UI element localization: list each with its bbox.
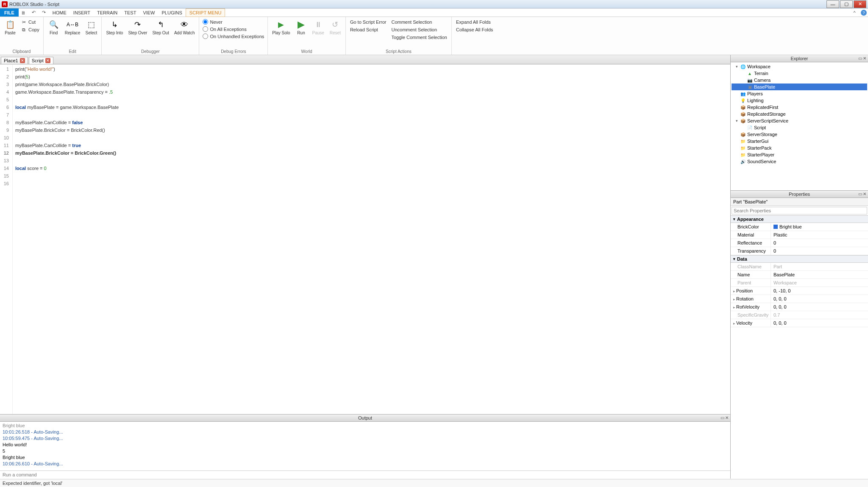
output-close-icon[interactable]: ✕	[725, 415, 729, 420]
menu-insert[interactable]: INSERT	[70, 9, 94, 17]
expand-folds-button[interactable]: Expand All Folds	[454, 19, 495, 25]
output-panel: Output ▭✕ Bright blue10:01:26.518 - Auto…	[0, 414, 730, 479]
tree-item-soundservice[interactable]: 🔊SoundService	[732, 158, 867, 165]
output-undock-icon[interactable]: ▭	[721, 415, 724, 420]
new-icon[interactable]: 🗎	[20, 9, 27, 16]
tree-item-script[interactable]: 📄Script	[732, 124, 867, 131]
properties-undock-icon[interactable]: ▭	[858, 192, 862, 196]
properties-close-icon[interactable]: ✕	[863, 192, 866, 196]
prop-row-reflectance[interactable]: Reflectance0	[731, 239, 868, 247]
ribbon-group-debug-errors: Never On All Exceptions On Unhandled Exc…	[199, 17, 268, 55]
file-menu[interactable]: FILE	[0, 8, 19, 17]
titlebar: R ROBLOX Studio - Script — ▢ ✕	[0, 0, 868, 8]
output-line: 10:06:26.610 - Auto-Saving...	[3, 461, 728, 467]
output-body[interactable]: Bright blue10:01:26.518 - Auto-Saving...…	[0, 422, 730, 470]
uncomment-selection-button[interactable]: Uncomment Selection	[389, 26, 448, 33]
tree-item-lighting[interactable]: 💡Lighting	[732, 97, 867, 104]
explorer-title: Explorer ▭✕	[731, 55, 868, 62]
prop-category-appearance[interactable]: ▾Appearance	[731, 215, 868, 223]
reload-script-button[interactable]: Reload Script	[348, 26, 388, 33]
prop-row-velocity[interactable]: ▸Velocity0, 0, 0	[731, 319, 868, 327]
tree-item-serverscriptservice[interactable]: ▾📦ServerScriptService	[732, 117, 867, 124]
minimize-button[interactable]: —	[826, 0, 839, 8]
tree-item-replicatedstorage[interactable]: 📦ReplicatedStorage	[732, 111, 867, 117]
tree-item-camera[interactable]: 📷Camera	[732, 77, 867, 83]
cut-button[interactable]: ✂Cut	[19, 19, 41, 25]
ribbon-group-clipboard: 📋Paste ✂Cut ⧉Copy Clipboard	[0, 17, 44, 55]
tree-item-baseplate[interactable]: ▣BasePlate	[732, 83, 867, 90]
explorer-close-icon[interactable]: ✕	[863, 56, 866, 61]
collapse-ribbon-icon[interactable]: ^	[851, 9, 858, 16]
prop-row-position[interactable]: ▸Position0, -10, 0	[731, 287, 868, 295]
tree-item-startergui[interactable]: 📁StarterGui	[732, 138, 867, 145]
tree-item-starterplayer[interactable]: 📁StarterPlayer	[732, 151, 867, 158]
redo-icon[interactable]: ↷	[41, 9, 47, 16]
prop-row-material[interactable]: MaterialPlastic	[731, 231, 868, 239]
toggle-comment-button[interactable]: Toggle Comment Selection	[389, 34, 448, 41]
undo-icon[interactable]: ↶	[31, 9, 37, 16]
code-editor[interactable]: 12345678910111213141516 print("Hello wor…	[0, 64, 730, 414]
menu-home[interactable]: HOME	[49, 9, 70, 17]
prop-row-parent: ParentWorkspace	[731, 279, 868, 287]
pause-button[interactable]: ⏸Pause	[311, 19, 326, 36]
prop-row-specificgravity: SpecificGravity0.7	[731, 311, 868, 319]
tree-item-serverstorage[interactable]: 📦ServerStorage	[732, 131, 867, 138]
reset-button[interactable]: ↺Reset	[328, 19, 343, 36]
output-title: Output ▭✕	[0, 415, 730, 422]
on-all-radio[interactable]: On All Exceptions	[202, 26, 265, 32]
ribbon-group-script-actions: Go to Script Error Reload Script Comment…	[346, 17, 452, 55]
window-title: ROBLOX Studio - Script	[9, 2, 59, 7]
app-icon: R	[2, 1, 8, 7]
tab-close-icon[interactable]: ✕	[20, 58, 25, 63]
copy-button[interactable]: ⧉Copy	[19, 26, 41, 33]
properties-search-input[interactable]	[732, 207, 867, 214]
doc-tab-place1[interactable]: Place1✕	[1, 57, 28, 64]
play-solo-button[interactable]: ▶Play Solo	[270, 19, 292, 36]
prop-row-brickcolor[interactable]: BrickColorBright blue	[731, 223, 868, 231]
run-button[interactable]: ▶Run	[294, 19, 309, 36]
prop-row-classname: ClassNamePart	[731, 263, 868, 271]
paste-button[interactable]: 📋Paste	[3, 19, 18, 36]
tree-item-replicatedfirst[interactable]: 📦ReplicatedFirst	[732, 104, 867, 111]
command-input[interactable]	[3, 472, 728, 477]
find-button[interactable]: 🔍Find	[46, 19, 61, 36]
step-over-button[interactable]: ↷Step Over	[126, 19, 149, 36]
menu-view[interactable]: VIEW	[139, 9, 158, 17]
output-line: Bright blue	[3, 423, 728, 429]
collapse-folds-button[interactable]: Collapse All Folds	[454, 26, 495, 33]
on-unhandled-radio[interactable]: On Unhandled Exceptions	[202, 33, 265, 39]
tab-close-icon[interactable]: ✕	[45, 58, 50, 63]
tree-item-players[interactable]: 👥Players	[732, 90, 867, 97]
ribbon: 📋Paste ✂Cut ⧉Copy Clipboard 🔍Find A↔BRep…	[0, 17, 868, 55]
document-tabs: Place1✕Script✕	[0, 55, 730, 64]
close-button[interactable]: ✕	[854, 0, 866, 8]
menu-script-menu[interactable]: SCRIPT MENU	[186, 8, 225, 17]
prop-row-name[interactable]: NameBasePlate	[731, 271, 868, 279]
replace-button[interactable]: A↔BReplace	[63, 19, 82, 36]
output-line: 5	[3, 448, 728, 454]
menu-terrain[interactable]: TERRAIN	[94, 9, 121, 17]
prop-row-transparency[interactable]: Transparency0	[731, 247, 868, 255]
menu-test[interactable]: TEST	[121, 9, 139, 17]
add-watch-button[interactable]: 👁Add Watch	[172, 19, 197, 36]
step-into-button[interactable]: ↳Step Into	[104, 19, 125, 36]
step-out-button[interactable]: ↰Step Out	[150, 19, 170, 36]
doc-tab-script[interactable]: Script✕	[29, 57, 53, 64]
properties-title: Properties ▭✕	[731, 191, 868, 198]
explorer-undock-icon[interactable]: ▭	[858, 56, 862, 61]
never-radio[interactable]: Never	[202, 19, 265, 25]
goto-script-error-button[interactable]: Go to Script Error	[348, 19, 388, 25]
menubar: FILE 🗎 ↶ ↷ HOMEINSERTTERRAINTESTVIEWPLUG…	[0, 8, 868, 17]
menu-plugins[interactable]: PLUGINS	[159, 9, 186, 17]
select-button[interactable]: ⬚Select	[83, 19, 99, 36]
tree-item-workspace[interactable]: ▾🌐Workspace	[732, 63, 867, 70]
comment-selection-button[interactable]: Comment Selection	[389, 19, 448, 25]
prop-row-rotation[interactable]: ▸Rotation0, 0, 0	[731, 295, 868, 303]
tree-item-starterpack[interactable]: 📁StarterPack	[732, 145, 867, 151]
prop-row-rotvelocity[interactable]: ▸RotVelocity0, 0, 0	[731, 303, 868, 311]
explorer-panel: Explorer ▭✕ ▾🌐Workspace▲Terrain📷Camera▣B…	[731, 55, 868, 191]
tree-item-terrain[interactable]: ▲Terrain	[732, 70, 867, 77]
prop-category-data[interactable]: ▾Data	[731, 255, 868, 263]
help-icon[interactable]: ?	[861, 10, 867, 16]
maximize-button[interactable]: ▢	[840, 0, 853, 8]
